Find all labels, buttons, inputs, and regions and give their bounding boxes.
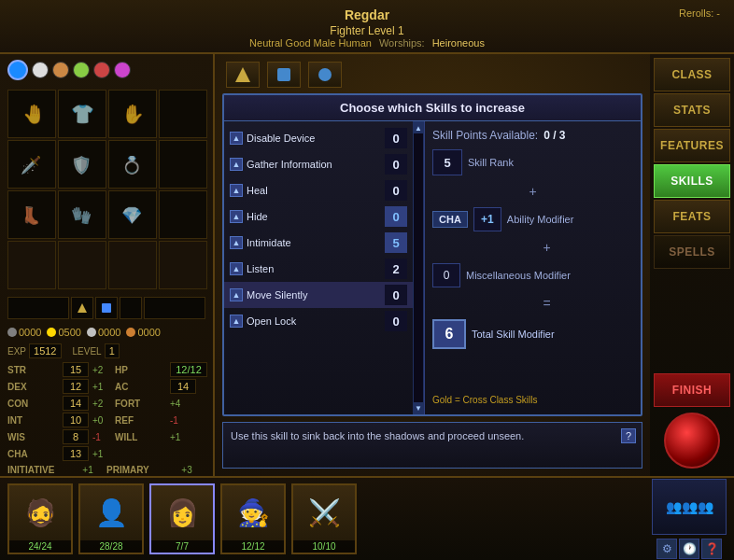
- skill-value-heal: 0: [385, 180, 407, 201]
- svg-text:👥: 👥: [698, 499, 714, 515]
- color-dot-4[interactable]: [93, 62, 110, 78]
- ref-row: REF -1: [115, 413, 207, 427]
- platinum-icon: [7, 328, 17, 337]
- currency-copper: 0000: [126, 327, 160, 338]
- help-button[interactable]: ?: [621, 428, 636, 443]
- skill-arrow-heal[interactable]: ▲: [230, 184, 243, 197]
- equip-slot-hand-right[interactable]: ✋: [108, 90, 157, 138]
- nav-btn-stats[interactable]: STATS: [654, 93, 730, 127]
- description-box: Use this skill to sink back into the sha…: [222, 422, 642, 469]
- color-dot-2[interactable]: [52, 62, 69, 78]
- nav-btn-skills[interactable]: SKILLS: [654, 164, 730, 198]
- skill-row-listen[interactable]: ▲ Listen 2: [224, 256, 413, 282]
- equip-slot-bag-1[interactable]: [7, 241, 56, 289]
- exp-label: EXP: [7, 346, 26, 357]
- portrait-2[interactable]: 👤 28/28: [78, 483, 144, 554]
- bottom-icon-3[interactable]: ❓: [701, 539, 722, 559]
- action-icon-1[interactable]: [226, 62, 260, 88]
- exp-level-row: EXP 1512 LEVEL 1: [0, 342, 213, 360]
- equip-slot-weapon[interactable]: 🗡️: [7, 140, 56, 189]
- action-icon-3[interactable]: [308, 62, 342, 88]
- skill-row-disable-device[interactable]: ▲ Disable Device 0: [224, 125, 413, 151]
- nav-btn-class[interactable]: CLASS: [654, 58, 730, 91]
- equip-slot-chest[interactable]: 👕: [58, 90, 106, 138]
- skill-row-heal[interactable]: ▲ Heal 0: [224, 177, 413, 203]
- equip-slot-boots[interactable]: 👢: [7, 190, 56, 239]
- equip-slot-ring[interactable]: 💎: [108, 190, 157, 239]
- equip-slot-empty-2[interactable]: [159, 140, 207, 189]
- skill-row-gather-info[interactable]: ▲ Gather Information 0: [224, 151, 413, 177]
- quickslot-btn-1[interactable]: [71, 297, 93, 319]
- equip-slot-empty-3[interactable]: [159, 190, 207, 239]
- quickslot-empty[interactable]: [120, 297, 142, 319]
- initiative-value: +1: [78, 465, 97, 475]
- portrait-hp-3: 7/7: [151, 540, 213, 553]
- skill-arrow-disable-device[interactable]: ▲: [230, 132, 243, 145]
- color-dot-1[interactable]: [32, 62, 49, 78]
- skills-panel: Choose which Skills to increase ▲ Disabl…: [222, 93, 642, 416]
- equip-slot-hand-left[interactable]: 🤚: [7, 90, 56, 138]
- dex-label: DEX: [7, 382, 59, 392]
- bottom-icon-2[interactable]: 🕐: [679, 539, 699, 559]
- svg-marker-11: [235, 67, 250, 82]
- nav-btn-finish[interactable]: FINISH: [654, 373, 730, 407]
- skill-arrow-open-lock[interactable]: ▲: [230, 315, 243, 328]
- equip-slot-empty-1[interactable]: [159, 90, 207, 138]
- fort-label: FORT: [115, 399, 166, 409]
- scroll-down-btn[interactable]: ▼: [413, 402, 424, 413]
- svg-rect-10: [102, 303, 111, 313]
- skill-row-open-lock[interactable]: ▲ Open Lock 0: [224, 308, 413, 334]
- svg-text:🛡️: 🛡️: [71, 155, 92, 175]
- equip-slot-armor[interactable]: 🛡️: [58, 140, 106, 189]
- action-icon-2[interactable]: [267, 62, 301, 88]
- will-label: WILL: [115, 432, 166, 442]
- skill-rank-box: 5: [432, 149, 462, 175]
- skill-arrow-listen[interactable]: ▲: [230, 262, 243, 275]
- skill-arrow-hide[interactable]: ▲: [230, 210, 243, 223]
- portrait-3[interactable]: 👩 7/7: [149, 483, 215, 554]
- portrait-selector-active[interactable]: [7, 60, 28, 80]
- svg-text:👕: 👕: [71, 103, 94, 125]
- portrait-1[interactable]: 🧔 24/24: [7, 483, 73, 554]
- equip-slot-bag-2[interactable]: [58, 241, 106, 289]
- equip-slot-bag-3[interactable]: [108, 241, 157, 289]
- skill-row-move-silently[interactable]: ▲ Move Silently 0: [224, 282, 413, 308]
- color-selector: [0, 54, 213, 86]
- stat-str-row: STR 15 +2: [7, 362, 113, 377]
- portrait-4[interactable]: 🧙 12/12: [220, 483, 286, 554]
- nav-btn-feats[interactable]: FEATS: [654, 200, 730, 233]
- skill-row-intimidate[interactable]: ▲ Intimidate 5: [224, 230, 413, 256]
- quickslot-btn-2[interactable]: [95, 297, 118, 319]
- quickslot-bar[interactable]: [7, 297, 69, 319]
- bottom-icon-1[interactable]: ⚙: [656, 539, 677, 559]
- equip-slot-belt[interactable]: 💍: [108, 140, 157, 189]
- nav-btn-features[interactable]: FEATURES: [654, 129, 730, 162]
- svg-text:🗡️: 🗡️: [21, 155, 42, 175]
- skills-list: ▲ Disable Device 0 ▲ Gather Information …: [224, 121, 413, 414]
- plus-separator-2: +: [460, 239, 633, 256]
- skills-scrollbar[interactable]: ▲ ▼: [413, 121, 424, 414]
- skill-points-value: 0 / 3: [543, 129, 565, 142]
- color-dot-5[interactable]: [114, 62, 131, 78]
- equip-slot-gloves[interactable]: 🧤: [58, 190, 106, 239]
- dex-value: 12: [63, 379, 89, 394]
- nav-btn-spells[interactable]: SPELLS: [654, 235, 730, 269]
- skill-rank-label: Skill Rank: [468, 157, 514, 168]
- quickslot-bar-2[interactable]: [144, 297, 205, 319]
- party-view[interactable]: 👥 👥 👥: [652, 479, 727, 535]
- color-dot-3[interactable]: [73, 62, 90, 78]
- skill-row-hide[interactable]: ▲ Hide 0: [224, 203, 413, 230]
- portrait-5[interactable]: ⚔️ 10/10: [291, 483, 357, 554]
- exp-box: EXP 1512: [7, 343, 62, 358]
- equals-separator: =: [460, 295, 633, 312]
- silver-icon: [87, 328, 96, 337]
- skills-list-container: ▲ Disable Device 0 ▲ Gather Information …: [224, 121, 425, 414]
- skill-arrow-intimidate[interactable]: ▲: [230, 236, 243, 249]
- wis-value: 8: [63, 429, 89, 444]
- scroll-up-btn[interactable]: ▲: [413, 122, 424, 133]
- skill-arrow-gather-info[interactable]: ▲: [230, 158, 243, 171]
- hp-label: HP: [115, 365, 166, 375]
- equip-slot-bag-4[interactable]: [159, 241, 207, 289]
- skill-arrow-move-silently[interactable]: ▲: [230, 288, 243, 301]
- exp-value: 1512: [29, 343, 61, 358]
